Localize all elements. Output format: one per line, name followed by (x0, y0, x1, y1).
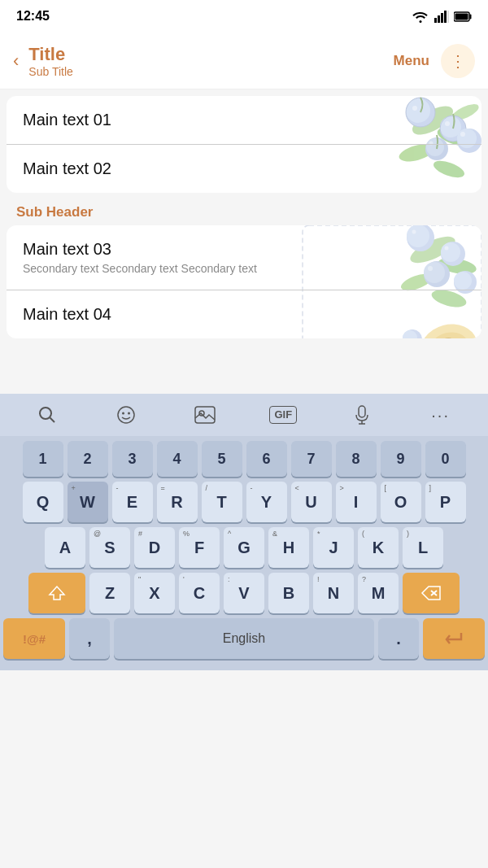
list-item-2[interactable]: Main text 02 (7, 144, 481, 193)
asdf-row: A @S #D %F ^G &H *J (K )L (3, 527, 485, 568)
key-i[interactable]: >I (336, 482, 377, 522)
emoji-toolbar-button[interactable] (108, 397, 144, 433)
key-j[interactable]: *J (313, 527, 354, 568)
key-0[interactable]: 0 (425, 441, 466, 477)
title-bar-actions: Menu ⋮ (394, 44, 475, 78)
shift-icon (48, 584, 66, 602)
key-o[interactable]: [O (381, 482, 421, 522)
sticker-icon (194, 405, 216, 425)
key-d[interactable]: #D (134, 527, 175, 568)
gif-label: GIF (269, 406, 297, 424)
sticker-toolbar-button[interactable] (187, 397, 223, 433)
backspace-icon (420, 585, 442, 601)
key-g[interactable]: ^G (224, 527, 264, 568)
key-a[interactable]: A (45, 527, 85, 568)
shift-button[interactable] (28, 573, 85, 613)
key-4[interactable]: 4 (157, 441, 198, 477)
key-1[interactable]: 1 (23, 441, 63, 477)
key-f[interactable]: %F (179, 527, 220, 568)
wifi-icon (412, 10, 429, 23)
content-area: Main text 01 Main text 02 Sub Header (0, 89, 488, 394)
key-x[interactable]: "X (134, 573, 175, 613)
list-item-1[interactable]: Main text 01 (7, 96, 481, 144)
zxcv-row: Z "X 'C :V B !N ?M (3, 573, 485, 613)
key-n[interactable]: !N (313, 573, 354, 613)
key-z[interactable]: Z (89, 573, 130, 613)
key-s[interactable]: @S (89, 527, 130, 568)
more-toolbar-button[interactable]: ··· (423, 397, 459, 433)
status-time: 12:45 (16, 9, 50, 24)
qwerty-row: Q +W -E =R /T -Y <U >I [O ]P (3, 482, 485, 522)
svg-line-51 (50, 418, 55, 423)
status-bar: 12:45 (0, 0, 488, 33)
list-item-3-text: Main text 03 (23, 240, 111, 258)
key-u[interactable]: <U (291, 482, 332, 522)
key-7[interactable]: 7 (291, 441, 332, 477)
backspace-button[interactable] (403, 573, 460, 613)
list-item-2-text: Main text 02 (23, 159, 111, 177)
key-6[interactable]: 6 (246, 441, 287, 477)
page-title: Title (28, 44, 393, 65)
svg-rect-57 (359, 406, 365, 417)
key-t[interactable]: /T (202, 482, 242, 522)
svg-rect-6 (470, 14, 472, 19)
key-e[interactable]: -E (112, 482, 153, 522)
back-button[interactable]: ‹ (13, 50, 19, 72)
sub-header: Sub Header (0, 193, 488, 225)
svg-point-50 (40, 408, 51, 419)
period-key[interactable]: . (378, 618, 419, 659)
key-2[interactable]: 2 (68, 441, 108, 477)
battery-icon (454, 11, 472, 22)
key-m[interactable]: ?M (358, 573, 399, 613)
list-card-2: Main text 03 Secondary text Secondary te… (7, 225, 481, 338)
key-p[interactable]: ]P (425, 482, 466, 522)
list-item-3[interactable]: Main text 03 Secondary text Secondary te… (7, 225, 481, 290)
search-icon (38, 406, 56, 424)
symbols-button[interactable]: !@# (3, 618, 65, 659)
more-options-button[interactable]: ⋮ (441, 44, 475, 78)
mic-toolbar-button[interactable] (344, 397, 380, 433)
title-bar: ‹ Title Sub Title Menu ⋮ (0, 33, 488, 89)
signal-icon (434, 10, 449, 23)
key-l[interactable]: )L (403, 527, 443, 568)
comma-key[interactable]: , (69, 618, 110, 659)
emoji-icon (116, 405, 136, 425)
list-item-3-secondary: Secondary text Secondary text Secondary … (23, 262, 465, 275)
space-key[interactable]: English (114, 618, 374, 659)
svg-point-54 (128, 412, 130, 415)
svg-marker-60 (50, 587, 64, 600)
key-w[interactable]: +W (68, 482, 108, 522)
key-q[interactable]: Q (23, 482, 63, 522)
page-subtitle: Sub Title (28, 65, 393, 78)
key-y[interactable]: -Y (246, 482, 287, 522)
key-5[interactable]: 5 (202, 441, 242, 477)
key-8[interactable]: 8 (336, 441, 377, 477)
enter-icon (443, 630, 464, 648)
svg-rect-1 (438, 15, 440, 23)
search-toolbar-button[interactable] (29, 397, 65, 433)
svg-rect-3 (444, 11, 447, 23)
key-r[interactable]: =R (157, 482, 198, 522)
bottom-row: !@# , English . (3, 618, 485, 659)
svg-rect-0 (434, 18, 437, 23)
key-c[interactable]: 'C (179, 573, 220, 613)
keyboard: 1 2 3 4 5 6 7 8 9 0 Q +W -E =R /T -Y <U … (0, 436, 488, 670)
key-b[interactable]: B (268, 573, 309, 613)
list-item-4[interactable]: Main text 04 (7, 290, 481, 338)
title-group: Title Sub Title (28, 44, 393, 78)
more-toolbar-label: ··· (431, 406, 450, 425)
key-3[interactable]: 3 (112, 441, 153, 477)
key-9[interactable]: 9 (381, 441, 421, 477)
key-h[interactable]: &H (268, 527, 309, 568)
key-k[interactable]: (K (358, 527, 399, 568)
menu-button[interactable]: Menu (394, 53, 429, 69)
enter-button[interactable] (423, 618, 485, 659)
svg-rect-4 (447, 11, 449, 23)
key-v[interactable]: :V (224, 573, 264, 613)
svg-point-53 (122, 412, 124, 415)
svg-point-52 (118, 407, 134, 423)
svg-rect-2 (441, 13, 443, 23)
gif-toolbar-button[interactable]: GIF (265, 397, 301, 433)
status-icons (412, 10, 472, 23)
mic-icon (355, 405, 369, 425)
